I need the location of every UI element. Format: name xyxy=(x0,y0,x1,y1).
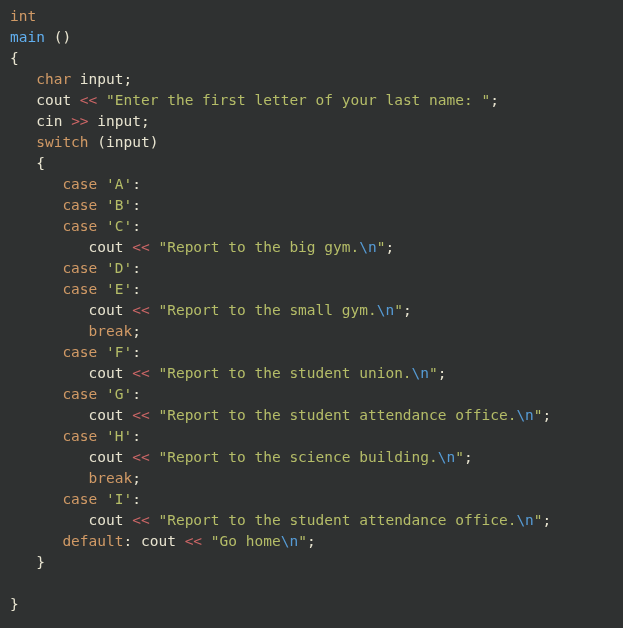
quote: " xyxy=(158,449,167,465)
id-cout: cout xyxy=(89,365,124,381)
quote: ' xyxy=(106,197,115,213)
semi: ; xyxy=(490,92,499,108)
string-prompt: Enter the first letter of your last name… xyxy=(115,92,482,108)
code-block: int main () { char input; cout << "Enter… xyxy=(10,6,613,615)
op-insert: << xyxy=(132,365,149,381)
quote: " xyxy=(158,302,167,318)
colon: : xyxy=(132,260,141,276)
quote: " xyxy=(158,365,167,381)
id-cout: cout xyxy=(89,407,124,423)
quote: ' xyxy=(124,197,133,213)
quote: ' xyxy=(124,260,133,276)
quote: " xyxy=(481,92,490,108)
char-g: G xyxy=(115,386,124,402)
escape-n: \n xyxy=(516,407,533,423)
semi: ; xyxy=(543,407,552,423)
semi: ; xyxy=(385,239,394,255)
keyword-case: case xyxy=(62,281,97,297)
keyword-default: default xyxy=(62,533,123,549)
string-big-gym: Report to the big gym. xyxy=(167,239,359,255)
string-small-gym: Report to the small gym. xyxy=(167,302,377,318)
lbrace: { xyxy=(36,155,45,171)
string-science: Report to the science building. xyxy=(167,449,438,465)
keyword-case: case xyxy=(62,491,97,507)
semi: ; xyxy=(403,302,412,318)
function-main: main xyxy=(10,29,45,45)
id-cin: cin xyxy=(36,113,62,129)
colon: : xyxy=(132,344,141,360)
semi: ; xyxy=(124,71,133,87)
id-cout: cout xyxy=(89,449,124,465)
quote: " xyxy=(534,512,543,528)
keyword-int: int xyxy=(10,8,36,24)
colon: : xyxy=(132,491,141,507)
keyword-char: char xyxy=(36,71,71,87)
rparen: ) xyxy=(62,29,71,45)
op-insert: << xyxy=(132,302,149,318)
string-attendance2: Report to the student attendance office. xyxy=(167,512,516,528)
rbrace: } xyxy=(10,596,19,612)
id-input: input xyxy=(97,113,141,129)
op-insert: << xyxy=(80,92,97,108)
escape-n: \n xyxy=(412,365,429,381)
op-insert: << xyxy=(132,239,149,255)
semi: ; xyxy=(141,113,150,129)
quote: ' xyxy=(124,428,133,444)
quote: " xyxy=(211,533,220,549)
rparen: ) xyxy=(150,134,159,150)
string-attendance: Report to the student attendance office. xyxy=(167,407,516,423)
quote: ' xyxy=(106,260,115,276)
keyword-case: case xyxy=(62,218,97,234)
keyword-case: case xyxy=(62,344,97,360)
char-e: E xyxy=(115,281,124,297)
quote: " xyxy=(106,92,115,108)
escape-n: \n xyxy=(281,533,298,549)
colon: : xyxy=(132,176,141,192)
colon: : xyxy=(132,197,141,213)
id-cout: cout xyxy=(89,239,124,255)
quote: ' xyxy=(124,344,133,360)
quote: ' xyxy=(124,218,133,234)
semi: ; xyxy=(132,323,141,339)
quote: ' xyxy=(106,428,115,444)
colon: : xyxy=(132,281,141,297)
quote: ' xyxy=(106,218,115,234)
op-insert: << xyxy=(132,512,149,528)
quote: ' xyxy=(124,491,133,507)
op-extract: >> xyxy=(71,113,88,129)
colon: : xyxy=(132,218,141,234)
quote: ' xyxy=(106,386,115,402)
escape-n: \n xyxy=(377,302,394,318)
lbrace: { xyxy=(10,50,19,66)
semi: ; xyxy=(307,533,316,549)
op-insert: << xyxy=(132,449,149,465)
space xyxy=(45,29,54,45)
semi: ; xyxy=(132,470,141,486)
semi: ; xyxy=(464,449,473,465)
quote: " xyxy=(298,533,307,549)
char-c: C xyxy=(115,218,124,234)
escape-n: \n xyxy=(359,239,376,255)
id-cout: cout xyxy=(89,302,124,318)
op-insert: << xyxy=(185,533,202,549)
keyword-case: case xyxy=(62,260,97,276)
keyword-break: break xyxy=(89,470,133,486)
keyword-case: case xyxy=(62,386,97,402)
quote: ' xyxy=(124,281,133,297)
id-cout: cout xyxy=(36,92,71,108)
keyword-break: break xyxy=(89,323,133,339)
quote: " xyxy=(158,407,167,423)
keyword-case: case xyxy=(62,176,97,192)
lparen: ( xyxy=(97,134,106,150)
quote: ' xyxy=(124,176,133,192)
char-a: A xyxy=(115,176,124,192)
id-cout: cout xyxy=(89,512,124,528)
id-cout: cout xyxy=(141,533,176,549)
string-student-union: Report to the student union. xyxy=(167,365,411,381)
rbrace: } xyxy=(36,554,45,570)
char-b: B xyxy=(115,197,124,213)
op-insert: << xyxy=(132,407,149,423)
escape-n: \n xyxy=(438,449,455,465)
char-i: I xyxy=(115,491,124,507)
quote: ' xyxy=(106,344,115,360)
